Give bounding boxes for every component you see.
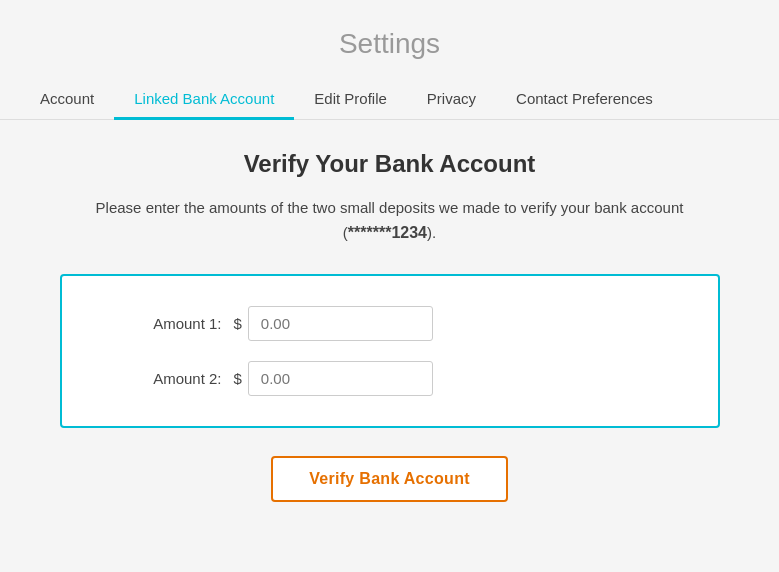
description-text: Please enter the amounts of the two smal…: [70, 196, 710, 246]
tab-edit-profile[interactable]: Edit Profile: [294, 80, 407, 120]
description-suffix: ).: [427, 224, 436, 241]
verify-form-container: Amount 1: $ Amount 2: $: [60, 274, 720, 428]
amount2-row: Amount 2: $: [112, 361, 668, 396]
amount2-input[interactable]: [248, 361, 433, 396]
page-title: Settings: [339, 28, 440, 60]
amount1-row: Amount 1: $: [112, 306, 668, 341]
tab-privacy[interactable]: Privacy: [407, 80, 496, 120]
tab-linked-bank-account[interactable]: Linked Bank Account: [114, 80, 294, 120]
main-content: Verify Your Bank Account Please enter th…: [0, 150, 779, 502]
dollar-sign-2: $: [234, 370, 242, 387]
tab-account[interactable]: Account: [20, 80, 114, 120]
amount1-label: Amount 1:: [112, 315, 222, 332]
verify-bank-account-button[interactable]: Verify Bank Account: [271, 456, 508, 502]
amount2-label: Amount 2:: [112, 370, 222, 387]
amount1-input[interactable]: [248, 306, 433, 341]
tab-contact-preferences[interactable]: Contact Preferences: [496, 80, 673, 120]
dollar-sign-1: $: [234, 315, 242, 332]
nav-tabs: Account Linked Bank Account Edit Profile…: [0, 80, 779, 120]
account-masked: *******1234: [348, 224, 427, 241]
section-title: Verify Your Bank Account: [244, 150, 536, 178]
